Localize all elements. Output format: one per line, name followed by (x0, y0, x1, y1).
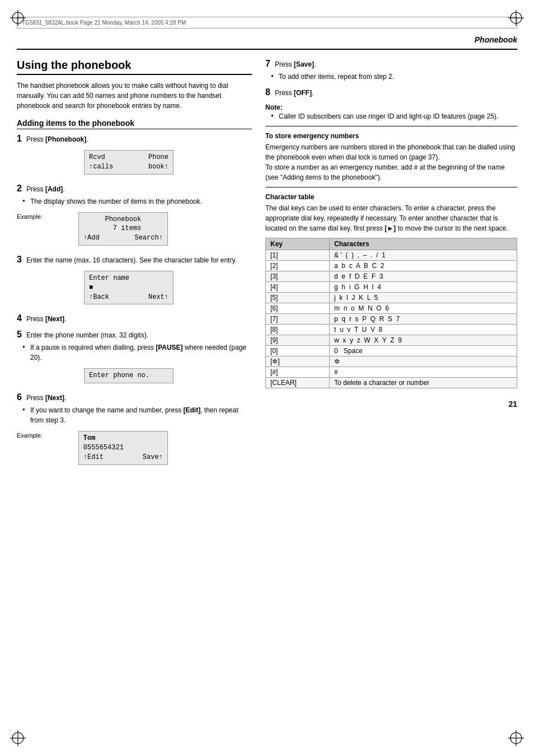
step-8-text: Press [OFF]. (275, 88, 313, 98)
step-3: 3 Enter the name (max. 16 characters). S… (17, 255, 252, 308)
key-cell: [8] (266, 325, 330, 335)
reg-mark-br (508, 730, 524, 746)
table-row: [0] 0 Space (266, 346, 517, 356)
right-column: 7 Press [Save]. To add other items, repe… (265, 59, 517, 474)
intro-text: The handset phonebook allows you to make… (17, 81, 252, 111)
key-cell: [✲] (266, 356, 330, 367)
emergency-text: Emergency numbers are numbers stored in … (265, 142, 517, 182)
chars-cell: # (330, 367, 517, 378)
table-row: [✲] ✲ (266, 356, 517, 367)
step-4: 4 Press [Next]. (17, 313, 252, 324)
page-number: 21 (265, 388, 517, 408)
step-3-text: Enter the name (max. 16 characters). See… (26, 255, 237, 265)
subsection-title: Adding items to the phonebook (17, 119, 252, 129)
table-row: [8] t u v T U V 8 (266, 325, 517, 335)
divider-1 (265, 126, 517, 126)
step-6-number: 6 (17, 392, 22, 402)
step-2-example-label: Example: (17, 213, 43, 220)
step-6-lcd: Tom 0555654321 ↑EditSave↑ (78, 431, 168, 464)
step-5: 5 Enter the phone number (max. 32 digits… (17, 330, 252, 387)
chars-cell: w x y z W X Y Z 9 (330, 335, 517, 346)
step-1-lcd: RcvdPhone ↑callsbook↑ (84, 150, 174, 175)
step-3-lcd-block: Enter name ■ ↑BackNext↑ (17, 267, 252, 308)
step-5-lcd-block: Enter phone no. (17, 365, 252, 387)
step-5-number: 5 (17, 330, 22, 340)
reg-mark-bl (10, 730, 26, 746)
chars-cell: p q r s P Q R S 7 (330, 314, 517, 325)
key-cell: [2] (266, 261, 330, 271)
chars-cell: j k l J K L 5 (330, 293, 517, 303)
step-7-text: Press [Save]. (275, 59, 316, 69)
chars-cell: ✲ (330, 356, 517, 367)
step-1-text: Press [Phonebook]. (26, 134, 88, 144)
step-3-lcd: Enter name ■ ↑BackNext↑ (84, 271, 174, 304)
step-1-lcd-block: RcvdPhone ↑callsbook↑ (17, 147, 252, 178)
step-8-number: 8 (265, 87, 270, 97)
note-box: Note: Caller ID subscribers can use ring… (265, 104, 517, 121)
step-2-example: Example: Phonebook 7 items ↑AddSearch↑ (17, 209, 252, 249)
chars-cell: m n o M N O 6 (330, 303, 517, 314)
step-2: 2 Press [Add]. The display shows the num… (17, 184, 252, 249)
reg-mark-tr (508, 10, 524, 26)
step-2-text: Press [Add]. (26, 184, 65, 194)
chars-cell: g h i G H I 4 (330, 282, 517, 293)
left-column: Using the phonebook The handset phoneboo… (17, 59, 252, 474)
key-cell: [5] (266, 293, 330, 303)
char-table-intro: The dial keys can be used to enter chara… (265, 203, 517, 233)
step-6-text: Press [Next]. (26, 393, 66, 403)
step-2-bullet: The display shows the number of items in… (26, 196, 252, 206)
col-header-chars: Characters (330, 238, 517, 250)
step-6: 6 Press [Next]. If you want to change th… (17, 392, 252, 468)
note-text: Caller ID subscribers can use ringer ID … (274, 111, 517, 121)
step-2-number: 2 (17, 184, 22, 194)
step-5-text: Enter the phone number (max. 32 digits). (26, 330, 148, 340)
table-row: [9] w x y z W X Y Z 9 (266, 335, 517, 346)
char-table-title: Character table (265, 193, 517, 201)
step-4-text: Press [Next]. (26, 314, 66, 324)
chars-cell: d e f D E F 3 (330, 271, 517, 282)
divider-2 (265, 187, 517, 187)
content-columns: Using the phonebook The handset phoneboo… (17, 59, 517, 474)
key-cell: [9] (266, 335, 330, 346)
table-row: [1] & ' ( ) , – . / 1 (266, 250, 517, 261)
section-title: Using the phonebook (17, 59, 252, 75)
step-1-number: 1 (17, 134, 22, 144)
emergency-title: To store emergency numbers (265, 132, 517, 140)
note-title: Note: (265, 104, 517, 111)
key-cell: [3] (266, 271, 330, 282)
key-cell: [7] (266, 314, 330, 325)
key-cell: [CLEAR] (266, 378, 330, 388)
step-7-bullet: To add other items, repeat from step 2. (274, 72, 517, 82)
chars-cell: & ' ( ) , – . / 1 (330, 250, 517, 261)
key-cell: [4] (266, 282, 330, 293)
file-info-bar: TG5831_5832AL.book Page 21 Monday, March… (17, 17, 517, 29)
key-cell: [6] (266, 303, 330, 314)
chars-cell: a b c A B C 2 (330, 261, 517, 271)
step-6-example-label: Example: (17, 432, 43, 439)
step-2-lcd: Phonebook 7 items ↑AddSearch↑ (78, 212, 168, 246)
chars-cell: To delete a character or number (330, 378, 517, 388)
character-table: Key Characters [1] & ' ( ) , – . / 1 [2]… (265, 238, 517, 388)
table-row: [3] d e f D E F 3 (266, 271, 517, 282)
step-4-number: 4 (17, 313, 22, 323)
step-8: 8 Press [OFF]. (265, 87, 517, 98)
chars-cell: t u v T U V 8 (330, 325, 517, 335)
table-row: [6] m n o M N O 6 (266, 303, 517, 314)
step-6-bullet: If you want to change the name and numbe… (26, 405, 252, 425)
page-header: Phonebook (17, 35, 517, 50)
key-cell: [0] (266, 346, 330, 356)
reg-mark-tl (10, 10, 26, 26)
table-row: [4] g h i G H I 4 (266, 282, 517, 293)
table-row: [#] # (266, 367, 517, 378)
table-row: [2] a b c A B C 2 (266, 261, 517, 271)
step-7: 7 Press [Save]. To add other items, repe… (265, 59, 517, 82)
step-5-lcd: Enter phone no. (84, 368, 174, 383)
chars-cell: 0 Space (330, 346, 517, 356)
page: TG5831_5832AL.book Page 21 Monday, March… (0, 0, 534, 756)
table-row: [5] j k l J K L 5 (266, 293, 517, 303)
table-row: [CLEAR] To delete a character or number (266, 378, 517, 388)
page-title: Phonebook (475, 35, 517, 44)
file-info-text: TG5831_5832AL.book Page 21 Monday, March… (22, 20, 186, 26)
step-5-bullet: If a pause is required when dialling, pr… (26, 342, 252, 363)
key-cell: [1] (266, 250, 330, 261)
